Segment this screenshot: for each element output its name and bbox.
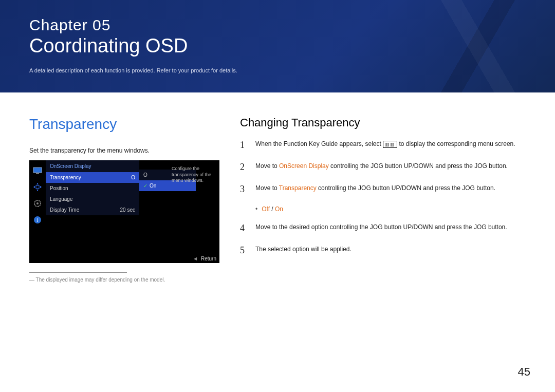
link-onscreen-display: OnScreen Display	[279, 162, 329, 170]
step-2: 2 Move to OnScreen Display controlling t…	[240, 161, 526, 174]
step-3: 3 Move to Transparency controlling the J…	[240, 183, 526, 196]
section-title-transparency: Transparency	[29, 116, 219, 133]
step-number: 2	[240, 161, 247, 174]
right-column: Changing Transparency 1 When the Functio…	[240, 116, 526, 283]
menu-icon: ▥▥	[383, 141, 397, 148]
step-5: 5 The selected option will be applied.	[240, 244, 526, 257]
section-description: Set the transparency for the menu window…	[29, 147, 219, 154]
back-arrow-icon: ◀	[194, 256, 197, 261]
options-line: •Off / On	[255, 206, 526, 213]
osd-menu: OnScreen Display TransparencyO Position …	[46, 160, 139, 215]
osd-tooltip: Conﬁgure the transparency of the menu wi…	[170, 164, 217, 185]
step-4: 4 Move to the desired option controlling…	[240, 222, 526, 235]
step-number: 5	[240, 244, 247, 257]
svg-point-4	[36, 202, 39, 204]
monitor-icon	[32, 165, 43, 176]
osd-item-display-time[interactable]: Display Time20 sec	[46, 204, 139, 215]
step-number: 1	[240, 139, 247, 152]
svg-rect-0	[33, 167, 42, 173]
position-icon	[32, 182, 43, 192]
chapter-label: Chapter 05	[29, 16, 555, 34]
svg-rect-1	[36, 173, 39, 174]
page-content: Transparency Set the transparency for th…	[0, 92, 555, 283]
step-number: 3	[240, 183, 247, 196]
link-transparency: Transparency	[279, 184, 317, 192]
chapter-description: A detailed description of each function …	[29, 67, 555, 73]
svg-rect-2	[36, 185, 39, 189]
osd-item-language[interactable]: Language	[46, 194, 139, 204]
return-label[interactable]: Return	[201, 256, 216, 262]
check-icon: ✓	[143, 183, 147, 189]
left-column: Transparency Set the transparency for th…	[29, 116, 219, 283]
settings-gear-icon	[32, 198, 43, 209]
osd-item-position[interactable]: Position	[46, 183, 139, 194]
svg-text:i: i	[37, 217, 39, 223]
info-icon: i	[32, 215, 43, 225]
step-number: 4	[240, 222, 247, 235]
osd-footer: ◀Return	[194, 254, 216, 263]
osd-menu-title: OnScreen Display	[46, 160, 139, 172]
chapter-title: Coordinating OSD	[29, 35, 555, 57]
footnote-rule	[29, 272, 127, 273]
step-1: 1 When the Function Key Guide appears, s…	[240, 139, 526, 152]
osd-screenshot: i OnScreen Display TransparencyO Positio…	[29, 160, 219, 263]
chapter-header: Chapter 05 Coordinating OSD A detailed d…	[0, 0, 555, 92]
osd-item-transparency[interactable]: TransparencyO	[46, 172, 139, 183]
footnote: ― The displayed image may differ dependi…	[29, 277, 219, 283]
page-number: 45	[518, 365, 530, 379]
subsection-title: Changing Transparency	[240, 116, 526, 129]
osd-sidebar: i	[29, 160, 46, 263]
